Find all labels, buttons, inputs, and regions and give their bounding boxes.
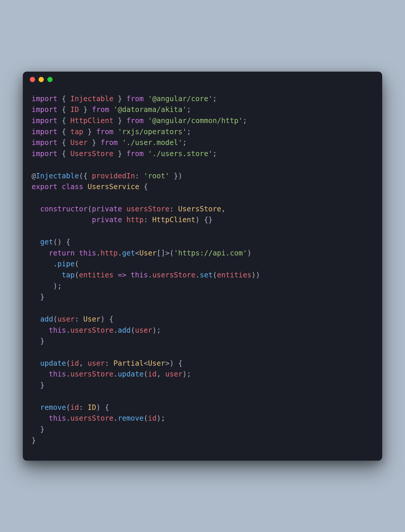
- code-token: UsersStore: [70, 149, 114, 158]
- code-token: [113, 127, 118, 136]
- code-token: (: [144, 414, 148, 422]
- close-icon[interactable]: [30, 77, 35, 82]
- code-token: Partial: [113, 359, 143, 367]
- maximize-icon[interactable]: [47, 77, 53, 82]
- code-token: }: [88, 138, 101, 147]
- code-token: from: [127, 149, 144, 158]
- code-token: {: [58, 94, 70, 103]
- code-token: tap: [70, 127, 83, 136]
- code-token: tap: [62, 271, 75, 279]
- code-token: :: [169, 205, 178, 213]
- code-token: .: [96, 249, 101, 257]
- code-token: update: [118, 370, 144, 378]
- code-token: {: [58, 138, 70, 147]
- code-token: id: [148, 414, 157, 422]
- code-token: import: [32, 127, 58, 136]
- code-token: ,: [79, 359, 88, 367]
- code-token: =>: [118, 271, 127, 279]
- code-token: [75, 249, 79, 257]
- code-token: @: [32, 172, 36, 180]
- code-token: entities: [217, 271, 251, 279]
- code-token: [32, 238, 40, 246]
- code-token: class: [62, 182, 83, 191]
- code-token: (: [75, 271, 79, 279]
- code-token: this: [49, 326, 66, 334]
- code-token: .: [113, 414, 118, 422]
- code-token: usersStore: [70, 414, 114, 422]
- code-token: import: [32, 149, 58, 158]
- code-token: ;: [182, 138, 187, 147]
- code-token: update: [40, 359, 66, 367]
- code-token: (: [144, 370, 148, 378]
- code-token: [118, 138, 122, 147]
- code-token: }: [32, 436, 36, 445]
- minimize-icon[interactable]: [39, 77, 44, 82]
- code-token: .: [195, 271, 200, 279]
- code-token: .: [66, 414, 70, 422]
- code-token: '@angular/core': [148, 94, 212, 103]
- code-token: get: [40, 238, 53, 246]
- code-token: http: [127, 215, 144, 224]
- code-token: (: [88, 205, 92, 213]
- code-token: Injectable: [36, 172, 79, 180]
- code-token: constructor: [40, 205, 88, 213]
- code-token: user: [165, 370, 182, 378]
- code-token: [32, 370, 49, 378]
- code-token: from: [96, 127, 113, 136]
- code-token: 'root': [144, 172, 170, 180]
- code-token: }: [113, 116, 126, 125]
- code-token: )): [251, 271, 260, 279]
- code-block: import { Injectable } from '@angular/cor…: [23, 87, 382, 461]
- code-token: [32, 215, 92, 224]
- code-token: [32, 205, 40, 213]
- code-token: '@datorama/akita': [113, 105, 187, 114]
- code-token: ID: [70, 105, 79, 114]
- code-token: return: [49, 249, 75, 257]
- code-token: ;: [213, 94, 217, 103]
- code-token: ): [247, 249, 252, 257]
- code-token: [144, 94, 148, 103]
- code-token: }: [32, 337, 44, 345]
- code-token: }: [83, 127, 96, 136]
- code-token: ;: [243, 116, 247, 125]
- code-token: [109, 105, 114, 114]
- code-token: entities: [79, 271, 113, 279]
- code-token: User: [70, 138, 88, 147]
- code-token: ) {: [101, 315, 113, 323]
- code-token: 'rxjs/operators': [118, 127, 187, 136]
- code-token: }: [79, 105, 92, 114]
- code-token: import: [32, 138, 58, 147]
- code-token: }: [32, 425, 44, 433]
- code-token: this: [49, 370, 66, 378]
- code-token: pipe: [58, 260, 75, 268]
- code-token: set: [200, 271, 212, 279]
- code-token: [122, 215, 127, 224]
- code-token: }: [113, 94, 126, 103]
- code-token: () {: [53, 238, 70, 246]
- code-token: :: [144, 215, 153, 224]
- code-token: ,: [221, 205, 226, 213]
- code-token: add: [40, 315, 53, 323]
- code-token: :: [75, 315, 84, 323]
- code-token: user: [58, 315, 75, 323]
- code-token: :: [79, 403, 88, 412]
- code-token: <: [135, 249, 139, 257]
- code-token: .: [113, 326, 118, 334]
- code-token: add: [118, 326, 131, 334]
- code-token: remove: [118, 414, 144, 422]
- code-token: .: [66, 370, 70, 378]
- code-token: usersStore: [70, 326, 114, 334]
- code-token: [144, 149, 148, 158]
- code-token: .: [32, 260, 58, 268]
- code-token: ID: [88, 403, 96, 412]
- code-token: [32, 271, 62, 279]
- code-token: [32, 249, 49, 257]
- code-token: (: [66, 359, 70, 367]
- code-token: );: [152, 326, 161, 334]
- code-token: get: [122, 249, 135, 257]
- code-token: HttpClient: [152, 215, 195, 224]
- code-token: 'https://api.com': [174, 249, 247, 257]
- code-token: {: [58, 105, 70, 114]
- code-token: import: [32, 94, 58, 103]
- code-token: }: [32, 293, 44, 301]
